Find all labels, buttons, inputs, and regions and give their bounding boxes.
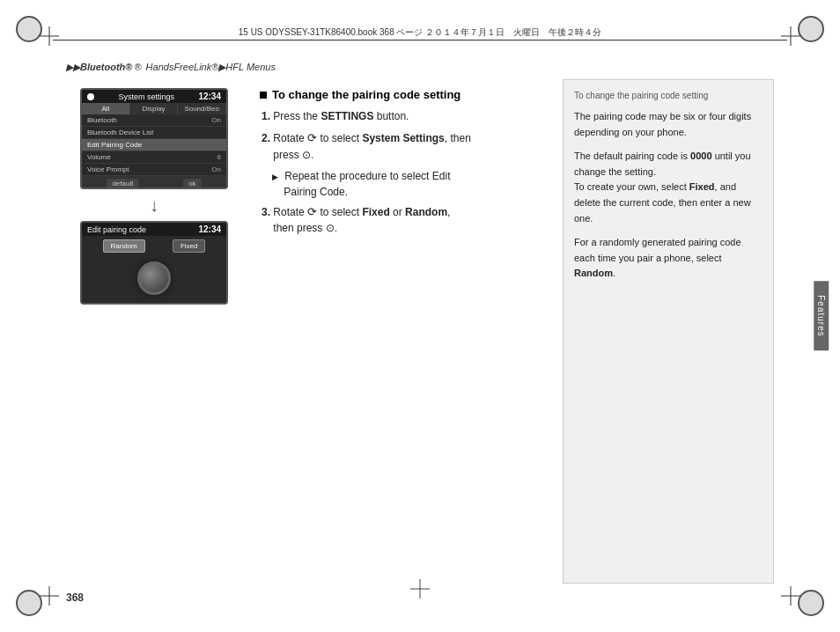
top-bar: 15 US ODYSSEY-31TK86400.book 368 ページ ２０１… bbox=[53, 25, 787, 40]
menu-label-device-list: Bluetooth Device List bbox=[87, 129, 153, 136]
note-paragraph-3: For a randomly generated pairing code ea… bbox=[574, 235, 763, 282]
sub-step-bold1: Edit Pairing Code bbox=[272, 170, 450, 198]
dial-knob bbox=[137, 261, 171, 295]
pairing-btn-random: Random bbox=[103, 239, 145, 253]
step-1-num: 1. bbox=[262, 110, 273, 122]
page: 15 US ODYSSEY-31TK86400.book 368 ページ ２０１… bbox=[0, 0, 840, 632]
screen-tab-display: Display bbox=[130, 103, 179, 114]
screen-time-bottom: 12:34 bbox=[198, 224, 221, 234]
pairing-options: Random Fixed bbox=[82, 236, 226, 256]
dial-area bbox=[82, 256, 226, 300]
screen-header-top: System settings 12:34 bbox=[82, 90, 226, 103]
menu-value-bluetooth: On bbox=[211, 116, 221, 124]
menu-item-edit-pairing: Edit Pairing Code bbox=[82, 139, 226, 151]
screen-title-top: System settings bbox=[118, 92, 174, 101]
breadcrumb-prefix: ▶▶ bbox=[66, 62, 80, 72]
breadcrumb-part3: HFL Menus bbox=[225, 62, 276, 72]
menu-label-voice-prompt: Voice Prompt bbox=[87, 165, 129, 173]
step-1: 1. Press the SETTINGS button. bbox=[260, 108, 545, 124]
screen-header-bottom: Edit pairing code 12:34 bbox=[82, 223, 226, 236]
footer-btn-default: default bbox=[107, 179, 138, 188]
step-3-bold1: Fixed bbox=[362, 206, 389, 218]
screen-title-bottom: Edit pairing code bbox=[87, 225, 146, 234]
screen-tabs: All Display Sound/Beo bbox=[82, 103, 226, 114]
instructions-column: To change the pairing code setting 1. Pr… bbox=[242, 79, 563, 584]
breadcrumb-part1: Bluetooth® bbox=[80, 62, 132, 72]
top-bar-text: 15 US ODYSSEY-31TK86400.book 368 ページ ２０１… bbox=[239, 26, 602, 39]
features-tab: Features bbox=[814, 281, 829, 350]
breadcrumb: ▶▶Bluetooth®® HandsFreeLink®▶HFL Menus bbox=[66, 62, 276, 73]
sub-step-1: Repeat the procedure to select Edit Pair… bbox=[260, 168, 545, 200]
black-square-icon bbox=[260, 92, 267, 99]
screen-footer: default ok bbox=[82, 176, 226, 189]
screen-time-top: 12:34 bbox=[198, 92, 221, 101]
step-2-dial-icon: ⟳ bbox=[307, 131, 317, 144]
menu-label-edit-pairing: Edit Pairing Code bbox=[87, 141, 142, 149]
menu-item-voice-prompt: Voice Prompt On bbox=[82, 164, 226, 176]
down-arrow: ↓ bbox=[150, 196, 158, 214]
pairing-btn-fixed: Fixed bbox=[173, 239, 206, 253]
bottom-center-crosshair bbox=[410, 579, 430, 599]
main-content: System settings 12:34 All Display Sound/… bbox=[66, 79, 774, 584]
corner-mark-tl bbox=[16, 16, 42, 42]
menu-item-device-list: Bluetooth Device List bbox=[82, 127, 226, 139]
step-2-press-icon: ⊙ bbox=[302, 149, 311, 161]
step-2-bold: System Settings bbox=[362, 132, 444, 144]
note-title: To change the pairing code setting bbox=[574, 89, 763, 102]
page-number: 368 bbox=[66, 592, 84, 604]
top-device-screen: System settings 12:34 All Display Sound/… bbox=[80, 88, 228, 189]
note-paragraph-1: The pairing code may be six or four digi… bbox=[574, 109, 763, 140]
crosshair-bl bbox=[40, 586, 59, 606]
note-box: To change the pairing code setting The p… bbox=[563, 79, 774, 584]
screen-tab-sound: Sound/Beo bbox=[178, 103, 226, 114]
note-bold-0000: 0000 bbox=[690, 151, 711, 161]
menu-item-bluetooth: Bluetooth On bbox=[82, 114, 226, 127]
note-bold-random: Random bbox=[574, 268, 613, 278]
menu-item-volume: Volume 6 bbox=[82, 151, 226, 164]
menu-label-volume: Volume bbox=[87, 153, 111, 161]
step-3-press-icon: ⊙ bbox=[326, 222, 335, 234]
step-3-dial-icon: ⟳ bbox=[307, 205, 317, 218]
step-2: 2. Rotate ⟳ to select System Settings, t… bbox=[260, 129, 545, 163]
menu-label-bluetooth: Bluetooth bbox=[87, 116, 117, 124]
step-1-bold: SETTINGS bbox=[321, 110, 373, 122]
note-paragraph-2: The default pairing code is 0000 until y… bbox=[574, 149, 763, 226]
step-3: 3. Rotate ⟳ to select Fixed or Random, t… bbox=[260, 203, 545, 237]
screen-settings-icon bbox=[87, 93, 94, 100]
breadcrumb-arrow1: ® bbox=[134, 62, 141, 72]
corner-mark-tr bbox=[798, 16, 824, 42]
screen-tab-all: All bbox=[82, 103, 130, 114]
step-3-num: 3. bbox=[262, 206, 273, 218]
menu-value-volume: 6 bbox=[217, 153, 221, 161]
note-bold-fixed: Fixed bbox=[689, 181, 715, 192]
left-column: System settings 12:34 All Display Sound/… bbox=[66, 79, 242, 584]
bottom-device-screen: Edit pairing code 12:34 Random Fixed bbox=[80, 221, 228, 305]
footer-btn-ok: ok bbox=[183, 179, 201, 188]
instruction-title-text: To change the pairing code setting bbox=[272, 88, 461, 101]
step-3-bold2: Random bbox=[405, 206, 447, 218]
instruction-title: To change the pairing code setting bbox=[260, 88, 545, 101]
features-tab-label: Features bbox=[816, 295, 826, 336]
step-2-num: 2. bbox=[262, 132, 273, 144]
menu-value-voice-prompt: On bbox=[211, 165, 221, 173]
breadcrumb-part2: HandsFreeLink bbox=[144, 62, 212, 72]
corner-mark-br bbox=[798, 590, 824, 616]
corner-mark-bl bbox=[16, 590, 42, 616]
crosshair-br bbox=[781, 586, 800, 606]
